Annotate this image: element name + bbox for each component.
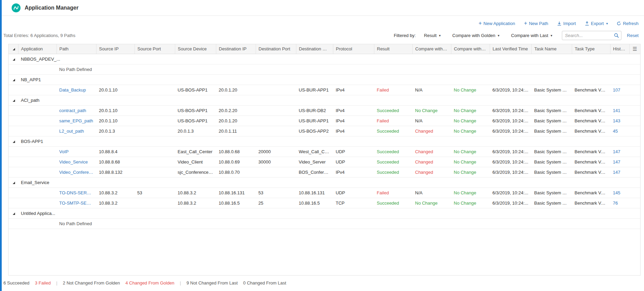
footer-status-label: 3 Failed bbox=[35, 280, 51, 286]
task-type-cell: Benchmark Verify bbox=[572, 126, 610, 136]
task-type-cell: Benchmark Verify bbox=[572, 198, 610, 208]
compare-with-last-cell: No Change bbox=[451, 157, 490, 167]
search-input[interactable] bbox=[565, 33, 614, 38]
chevron-down-icon: ▾ bbox=[606, 22, 608, 25]
protocol-cell: IPv4 bbox=[333, 167, 374, 177]
expand-collapse-caret[interactable] bbox=[9, 74, 18, 85]
col-compare-with-golden[interactable]: Compare with G... bbox=[412, 44, 451, 54]
refresh-button[interactable]: Refresh bbox=[617, 21, 639, 26]
path-link[interactable]: Video_Conferen... bbox=[56, 167, 96, 177]
history-link[interactable]: 76 bbox=[610, 198, 629, 208]
result-cell: Failed bbox=[374, 187, 412, 198]
path-row: Data_Backup 20.0.1.10 US-BOS-APP1 20.0.1… bbox=[9, 85, 640, 95]
last-verified-time-cell: 6/3/2019, 10:24:... bbox=[490, 126, 531, 136]
application-group-row: NBBOS_APDEV_... bbox=[9, 54, 640, 64]
source-port-cell bbox=[134, 198, 175, 208]
history-link[interactable]: 147 bbox=[610, 167, 629, 177]
history-link[interactable]: 107 bbox=[610, 85, 629, 95]
source-ip-cell: 10.88.3.2 bbox=[96, 187, 134, 198]
protocol-cell: IPv4 bbox=[333, 85, 374, 95]
last-verified-time-cell: 6/3/2019, 10:24:... bbox=[490, 157, 531, 167]
task-name-cell: Basic System Be... bbox=[531, 167, 572, 177]
application-group-row: Untitled Applica... bbox=[9, 208, 640, 218]
col-source-ip[interactable]: Source IP bbox=[96, 44, 134, 54]
caret-icon bbox=[13, 182, 15, 184]
last-verified-time-cell: 6/3/2019, 10:24:... bbox=[490, 116, 531, 126]
history-link[interactable]: 143 bbox=[610, 116, 629, 126]
col-protocol[interactable]: Protocol bbox=[333, 44, 374, 54]
export-button[interactable]: Export ▾ bbox=[585, 21, 608, 26]
path-link[interactable]: VoIP bbox=[56, 146, 96, 157]
expand-collapse-caret[interactable] bbox=[9, 208, 18, 218]
export-icon bbox=[585, 21, 589, 26]
col-history[interactable]: History bbox=[610, 44, 629, 54]
path-link[interactable]: TO-SMTP-SERVER bbox=[56, 198, 96, 208]
compare-with-golden-cell: Changed bbox=[412, 126, 451, 136]
history-link[interactable]: 145 bbox=[610, 187, 629, 198]
filter-bar: Total Entries: 6 Applications, 9 Paths F… bbox=[0, 27, 644, 44]
result-cell: Succeeded bbox=[374, 167, 412, 177]
path-row: same_EPG_path 20.0.1.10 US-BOS-APP1 20.0… bbox=[9, 116, 640, 126]
search-box bbox=[562, 31, 621, 40]
caret-icon bbox=[13, 79, 15, 81]
result-cell: Failed bbox=[374, 116, 412, 126]
compare-with-golden-cell: N/A bbox=[412, 187, 451, 198]
col-result[interactable]: Result bbox=[374, 44, 412, 54]
source-port-cell bbox=[134, 105, 175, 116]
destination-device-cell: US-BUR-APP1 bbox=[296, 116, 333, 126]
source-device-cell: 20.0.1.3 bbox=[175, 126, 216, 136]
import-button[interactable]: Import bbox=[557, 21, 576, 26]
expand-collapse-caret[interactable] bbox=[9, 95, 18, 105]
expand-collapse-caret[interactable] bbox=[9, 177, 18, 187]
history-link[interactable]: 141 bbox=[610, 105, 629, 116]
path-link[interactable]: L2_out_path bbox=[56, 126, 96, 136]
netbrain-logo-icon bbox=[12, 3, 21, 12]
expand-collapse-caret[interactable] bbox=[9, 54, 18, 64]
col-application[interactable]: Application bbox=[18, 44, 56, 54]
source-device-cell: Video_Client bbox=[175, 157, 216, 167]
compare-with-last-cell: No Change bbox=[451, 198, 490, 208]
last-verified-time-cell: 6/3/2019, 10:24:... bbox=[490, 167, 531, 177]
col-destination-port[interactable]: Destination Port bbox=[256, 44, 296, 54]
path-link[interactable]: contract_path bbox=[56, 105, 96, 116]
col-task-name[interactable]: Task Name bbox=[531, 44, 572, 54]
protocol-cell: UDP bbox=[333, 187, 374, 198]
col-destination-ip[interactable]: Destination IP bbox=[216, 44, 256, 54]
expand-collapse-caret[interactable] bbox=[9, 136, 18, 146]
paths-grid: Application Path Source IP Source Port S… bbox=[8, 44, 641, 276]
task-type-cell: Benchmark Verify bbox=[572, 146, 610, 157]
compare-with-last-cell: No Change bbox=[451, 146, 490, 157]
col-source-device[interactable]: Source Device bbox=[175, 44, 216, 54]
history-link[interactable]: 45 bbox=[610, 126, 629, 136]
destination-port-cell bbox=[256, 85, 296, 95]
history-link[interactable]: 147 bbox=[610, 146, 629, 157]
col-last-verified-time[interactable]: Last Verified Time bbox=[490, 44, 531, 54]
path-link[interactable]: Data_Backup bbox=[56, 85, 96, 95]
search-icon[interactable] bbox=[614, 33, 619, 38]
source-ip-cell: 10.88.8.68 bbox=[96, 157, 134, 167]
source-port-cell bbox=[134, 85, 175, 95]
new-application-button[interactable]: + New Application bbox=[478, 21, 515, 26]
task-name-cell: Basic System Be... bbox=[531, 198, 572, 208]
task-type-cell: Benchmark Verify bbox=[572, 187, 610, 198]
col-destination-device[interactable]: Destination Devi... bbox=[296, 44, 333, 54]
compare-with-last-filter-dropdown[interactable]: Compare with Last ▾ bbox=[511, 33, 552, 38]
reset-link[interactable]: Reset bbox=[627, 33, 639, 38]
destination-port-cell: 20000 bbox=[256, 146, 296, 157]
task-type-cell: Benchmark Verify bbox=[572, 105, 610, 116]
result-filter-dropdown[interactable]: Result ▾ bbox=[424, 33, 441, 38]
col-task-type[interactable]: Task Type bbox=[572, 44, 610, 54]
col-compare-with-last[interactable]: Compare with La... bbox=[451, 44, 490, 54]
collapse-all-caret[interactable] bbox=[9, 44, 18, 54]
history-link[interactable]: 147 bbox=[610, 157, 629, 167]
path-link[interactable]: Video_Service bbox=[56, 157, 96, 167]
column-chooser-icon[interactable]: ☰ bbox=[629, 44, 640, 54]
footer-status-label: 9 Not Changed From Last bbox=[186, 280, 238, 286]
col-source-port[interactable]: Source Port bbox=[134, 44, 175, 54]
path-link[interactable]: TO-DNS-SERVER bbox=[56, 187, 96, 198]
compare-with-golden-filter-dropdown[interactable]: Compare with Golden ▾ bbox=[452, 33, 500, 38]
new-path-button[interactable]: + New Path bbox=[524, 21, 548, 26]
path-link[interactable]: same_EPG_path bbox=[56, 116, 96, 126]
source-device-cell: sjc_Conference_... bbox=[175, 167, 216, 177]
col-path[interactable]: Path bbox=[56, 44, 96, 54]
